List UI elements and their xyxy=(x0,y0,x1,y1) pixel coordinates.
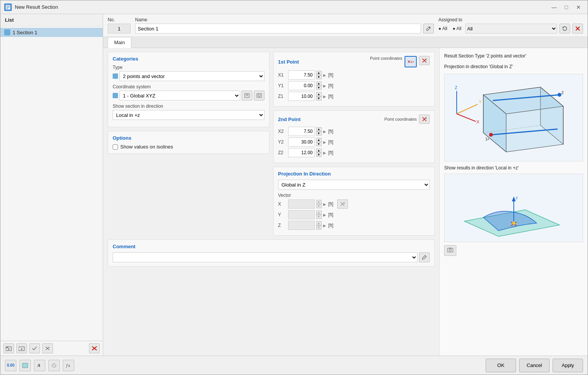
x1-arrow[interactable]: ▶ xyxy=(323,73,326,77)
y1-arrow[interactable]: ▶ xyxy=(323,84,326,88)
assigned-radio-all1-label: ● All xyxy=(438,26,447,31)
vy-up[interactable]: ▲ xyxy=(316,211,322,215)
projection-select[interactable]: Global in Z Global in X Global in Y xyxy=(278,180,430,190)
y1-down[interactable]: ▼ xyxy=(316,86,322,90)
toolbar-btn-3[interactable]: A xyxy=(34,360,45,371)
assigned-x-button[interactable] xyxy=(572,24,583,34)
title-bar-left: New Result Section xyxy=(4,3,58,11)
vx-up[interactable]: ▲ xyxy=(316,200,322,204)
y1-input[interactable] xyxy=(288,81,315,90)
coord-system-label: Coordinate system xyxy=(113,84,265,89)
list-item[interactable]: 1 Section 1 xyxy=(0,28,103,37)
y1-unit: [ft] xyxy=(328,83,333,88)
x2-up[interactable]: ▲ xyxy=(316,127,322,131)
z2-spinner: ▲ ▼ xyxy=(316,148,322,157)
x2-arrow[interactable]: ▶ xyxy=(323,129,326,134)
x1-label: X1 xyxy=(278,72,287,78)
vz-down[interactable]: ▼ xyxy=(316,225,322,230)
z1-unit: [ft] xyxy=(328,94,333,99)
y1-spinner: ▲ ▼ xyxy=(316,81,322,90)
maximize-button[interactable]: □ xyxy=(561,3,572,12)
vector-pick-button[interactable] xyxy=(337,199,348,209)
add-item-button[interactable] xyxy=(16,343,27,353)
add-folder-button[interactable] xyxy=(3,343,14,353)
y2-input[interactable] xyxy=(288,137,315,147)
y2-up[interactable]: ▲ xyxy=(316,138,322,142)
comment-edit-button[interactable] xyxy=(419,252,430,262)
x1-input[interactable] xyxy=(288,70,315,80)
assigned-field: Assigned to ● All ● All All xyxy=(438,17,583,34)
x1-up[interactable]: ▲ xyxy=(316,71,322,75)
svg-rect-57 xyxy=(449,248,451,249)
name-input[interactable] xyxy=(135,24,421,34)
assigned-refresh-button[interactable] xyxy=(559,24,570,34)
uncheck-button[interactable] xyxy=(42,343,53,353)
assigned-select[interactable]: All xyxy=(465,24,557,34)
left-panel: List 1 Section 1 xyxy=(0,14,103,356)
first-point-select-button[interactable] xyxy=(419,56,430,65)
apply-button[interactable]: Apply xyxy=(553,359,583,372)
y1-row: Y1 ▲ ▼ ▶ [ft] xyxy=(278,81,430,90)
right-desc-line1: Result Section Type '2 points and vector… xyxy=(444,53,583,59)
y2-label: Y2 xyxy=(278,139,287,145)
z2-up[interactable]: ▲ xyxy=(316,148,322,153)
toolbar-btn-4[interactable] xyxy=(48,360,60,371)
vector-z-input[interactable] xyxy=(288,221,315,230)
svg-marker-50 xyxy=(512,196,516,201)
vz-up[interactable]: ▲ xyxy=(316,221,322,225)
vx-arrow[interactable]: ▶ xyxy=(323,202,326,206)
z2-arrow[interactable]: ▶ xyxy=(323,151,326,155)
vector-z-spinner: ▲ ▼ xyxy=(316,221,322,230)
y2-arrow[interactable]: ▶ xyxy=(323,140,326,144)
no-field: No. xyxy=(108,17,131,34)
delete-button[interactable] xyxy=(89,343,100,353)
second-point-pick-button[interactable] xyxy=(419,115,430,124)
first-point-pick-button[interactable]: ✕2× xyxy=(405,56,417,67)
toolbar-btn-1[interactable]: 0.00 xyxy=(5,360,16,371)
x2-input[interactable] xyxy=(288,127,315,136)
tab-main[interactable]: Main xyxy=(108,37,131,48)
first-point-header: 1st Point Point coordinates ✕2× xyxy=(278,56,430,67)
coord-system-select[interactable]: 1 - Global XYZ xyxy=(120,91,240,101)
z1-input[interactable] xyxy=(288,92,315,101)
assigned-radio-all2-label: ● All xyxy=(453,26,461,31)
toolbar-btn-5[interactable]: ƒx xyxy=(63,360,74,371)
x2-down[interactable]: ▼ xyxy=(316,131,322,136)
ok-button[interactable]: OK xyxy=(486,359,516,372)
show-direction-select[interactable]: Local in +z Local in -z Global in X Glob… xyxy=(113,110,265,120)
x1-down[interactable]: ▼ xyxy=(316,75,322,79)
z1-up[interactable]: ▲ xyxy=(316,92,322,96)
y1-up[interactable]: ▲ xyxy=(316,81,322,86)
vx-down[interactable]: ▼ xyxy=(316,204,322,208)
tab-bar: Main xyxy=(103,37,588,48)
close-button[interactable]: ✕ xyxy=(573,3,584,12)
vy-down[interactable]: ▼ xyxy=(316,215,322,219)
vector-x-input[interactable] xyxy=(288,199,315,209)
vector-y-input[interactable] xyxy=(288,210,315,219)
form-area: Categories Type 2 points and vector xyxy=(103,48,588,356)
coord-sys-btn1[interactable] xyxy=(242,91,252,101)
coord-sys-btn2[interactable] xyxy=(254,91,265,101)
toolbar-btn-2[interactable] xyxy=(19,360,31,371)
cancel-button[interactable]: Cancel xyxy=(519,359,550,372)
edit-name-button[interactable] xyxy=(423,24,434,34)
z1-arrow[interactable]: ▶ xyxy=(323,94,326,99)
type-select[interactable]: 2 points and vector xyxy=(120,71,265,81)
vz-arrow[interactable]: ▶ xyxy=(323,223,326,228)
z1-down[interactable]: ▼ xyxy=(316,96,322,101)
show-isolines-row: Show values on isolines xyxy=(113,144,265,150)
comment-select[interactable] xyxy=(113,252,417,262)
form-left: Categories Type 2 points and vector xyxy=(103,48,439,356)
name-row xyxy=(135,24,434,34)
right-panel-screenshot-button[interactable] xyxy=(444,245,456,256)
no-input[interactable] xyxy=(108,24,131,34)
z2-down[interactable]: ▼ xyxy=(316,153,322,157)
svg-point-22 xyxy=(258,94,260,97)
vy-arrow[interactable]: ▶ xyxy=(323,213,326,217)
3d-diagram: Z Y X xyxy=(444,74,583,161)
z2-input[interactable] xyxy=(288,148,315,157)
show-isolines-checkbox[interactable] xyxy=(113,144,118,150)
minimize-button[interactable]: — xyxy=(549,3,559,12)
y2-down[interactable]: ▼ xyxy=(316,142,322,146)
check-button[interactable] xyxy=(29,343,40,353)
